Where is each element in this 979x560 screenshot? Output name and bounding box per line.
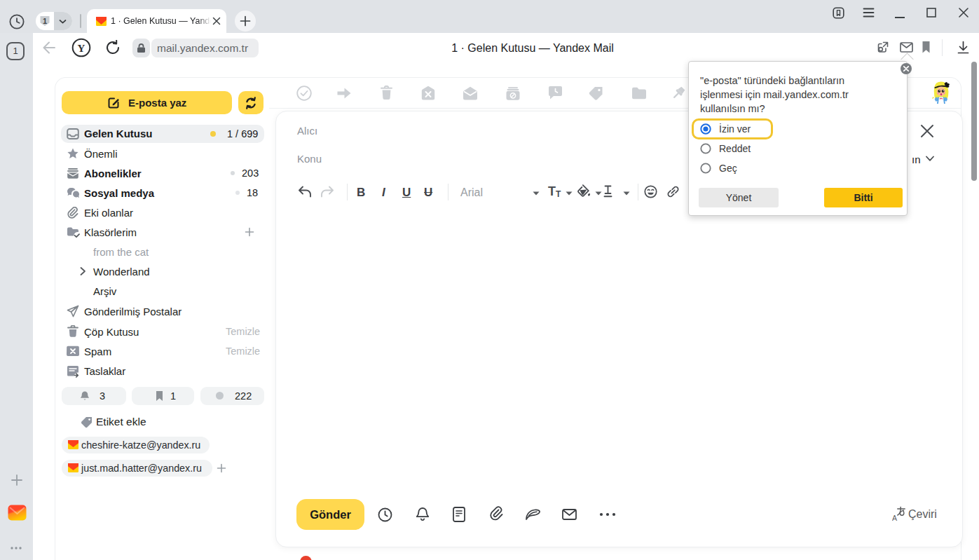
svg-text:A: A xyxy=(892,514,897,521)
svg-text:1: 1 xyxy=(43,17,47,25)
svg-text:Y: Y xyxy=(78,43,85,54)
